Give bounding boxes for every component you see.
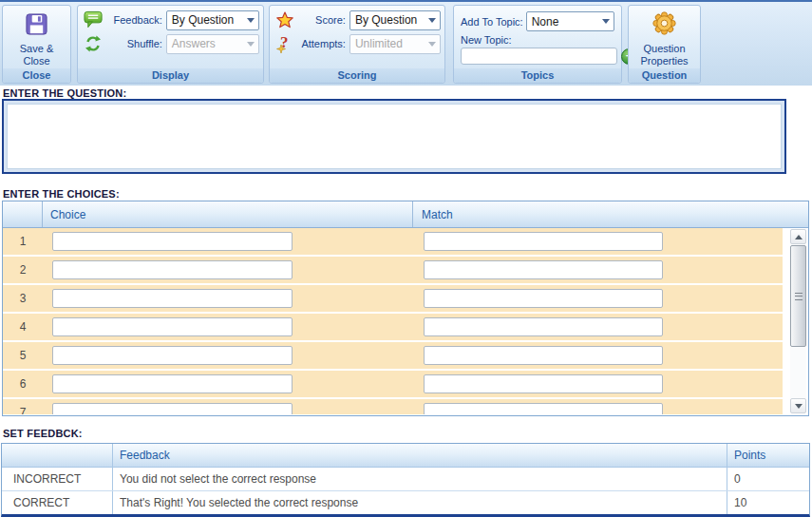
match-input[interactable] bbox=[424, 260, 663, 279]
question-editor-window: Save & Close Close bbox=[0, 0, 812, 517]
question-textarea[interactable] bbox=[7, 104, 782, 169]
feedback-row-correct: CORRECT That's Right! You selected the c… bbox=[2, 491, 809, 515]
question-box bbox=[2, 99, 786, 174]
enter-question-heading: ENTER THE QUESTION: bbox=[3, 87, 126, 99]
feedback-row-incorrect: INCORRECT You did not select the correct… bbox=[2, 468, 809, 491]
row-number-column-header bbox=[3, 201, 43, 227]
match-input[interactable] bbox=[424, 403, 663, 414]
enter-choices-heading: ENTER THE CHOICES: bbox=[3, 188, 120, 200]
choice-input[interactable] bbox=[52, 317, 293, 336]
group-label-topics: Topics bbox=[454, 68, 621, 83]
attempts-label: Attempts: bbox=[296, 38, 346, 49]
save-close-label-line2: Close bbox=[20, 55, 53, 67]
choice-input[interactable] bbox=[52, 374, 293, 393]
row-number: 7 bbox=[3, 399, 43, 414]
choice-input[interactable] bbox=[52, 232, 293, 251]
chevron-down-icon bbox=[425, 35, 440, 53]
shuffle-label: Shuffle: bbox=[104, 38, 162, 49]
choice-input[interactable] bbox=[52, 289, 293, 308]
choices-table: Choice Match 1 2 3 4 bbox=[2, 201, 809, 416]
feedback-column-header: Feedback bbox=[113, 444, 727, 467]
gear-icon bbox=[651, 10, 677, 40]
match-column-header: Match bbox=[413, 201, 808, 227]
question-properties-label-line2: Properties bbox=[640, 55, 688, 67]
scroll-down-button[interactable] bbox=[790, 398, 806, 413]
add-to-topic-dropdown[interactable]: None bbox=[526, 11, 614, 31]
chevron-down-icon bbox=[425, 11, 440, 29]
points-cell: 0 bbox=[727, 468, 809, 490]
row-number: 5 bbox=[3, 342, 43, 369]
group-label-display: Display bbox=[78, 68, 263, 83]
choice-input[interactable] bbox=[52, 403, 293, 414]
chevron-down-icon bbox=[598, 12, 614, 30]
ribbon-group-scoring: Score: By Question ? Attempts: Unlimited bbox=[269, 5, 445, 84]
question-mark-icon: ? bbox=[274, 33, 296, 54]
add-to-topic-label: Add To Topic: bbox=[461, 16, 523, 28]
feedback-bubble-icon bbox=[82, 10, 104, 29]
feedback-table: Feedback Points INCORRECT You did not se… bbox=[1, 443, 810, 517]
choice-input[interactable] bbox=[52, 260, 293, 279]
scroll-grip-icon bbox=[795, 293, 803, 300]
feedback-header-row: Feedback Points bbox=[2, 444, 809, 468]
row-number: 2 bbox=[3, 257, 43, 283]
points-cell: 10 bbox=[727, 491, 809, 514]
feedback-text-cell: You did not select the correct response bbox=[113, 468, 727, 490]
ribbon-group-display: Feedback: By Question Shuffle: bbox=[77, 5, 264, 84]
scroll-thumb[interactable] bbox=[790, 245, 806, 347]
score-dropdown[interactable]: By Question bbox=[349, 10, 441, 30]
choices-table-body: 1 2 3 4 5 bbox=[3, 228, 808, 414]
group-label-scoring: Scoring bbox=[270, 68, 444, 83]
group-label-question: Question bbox=[629, 68, 700, 83]
choices-header-row: Choice Match bbox=[3, 201, 808, 228]
feedback-type-cell: CORRECT bbox=[2, 491, 113, 514]
ribbon-group-close: Save & Close Close bbox=[2, 5, 71, 84]
new-topic-label: New Topic: bbox=[461, 34, 512, 46]
match-input[interactable] bbox=[424, 346, 663, 365]
row-number: 6 bbox=[3, 371, 43, 397]
choice-row: 6 bbox=[3, 371, 783, 397]
shuffle-dropdown[interactable]: Answers bbox=[166, 34, 259, 54]
add-to-topic-value: None bbox=[527, 15, 598, 29]
row-number: 4 bbox=[3, 314, 43, 340]
score-dropdown-value: By Question bbox=[350, 13, 425, 27]
choice-row: 7 bbox=[3, 399, 783, 414]
chevron-down-icon bbox=[243, 35, 258, 53]
match-input[interactable] bbox=[424, 232, 663, 251]
choices-scrollbar[interactable] bbox=[790, 229, 806, 413]
chevron-down-icon bbox=[243, 11, 258, 29]
arrow-up-icon bbox=[795, 235, 803, 239]
points-column-header: Points bbox=[727, 444, 809, 467]
feedback-dropdown-value: By Question bbox=[167, 13, 243, 27]
arrow-down-icon bbox=[795, 404, 803, 409]
choice-input[interactable] bbox=[52, 346, 293, 365]
star-icon bbox=[274, 11, 296, 29]
new-topic-input[interactable] bbox=[461, 48, 617, 65]
feedback-text-cell: That's Right! You selected the correct r… bbox=[113, 491, 727, 514]
save-close-label-line1: Save & bbox=[20, 43, 53, 55]
group-label-close: Close bbox=[3, 68, 70, 83]
question-properties-button[interactable]: Question Properties bbox=[629, 6, 700, 68]
question-properties-label-line1: Question bbox=[640, 43, 688, 55]
match-input[interactable] bbox=[424, 289, 663, 308]
ribbon-toolbar: Save & Close Close bbox=[0, 0, 812, 86]
set-feedback-heading: SET FEEDBCK: bbox=[3, 428, 83, 439]
shuffle-icon bbox=[82, 35, 104, 52]
match-input[interactable] bbox=[424, 317, 663, 336]
choice-row: 4 bbox=[3, 314, 783, 340]
match-input[interactable] bbox=[424, 374, 663, 393]
feedback-label: Feedback: bbox=[104, 14, 162, 26]
feedback-type-column-header bbox=[2, 444, 113, 467]
choice-row: 1 bbox=[3, 228, 783, 255]
choice-column-header: Choice bbox=[43, 201, 413, 227]
save-icon bbox=[25, 12, 48, 40]
feedback-type-cell: INCORRECT bbox=[2, 468, 113, 490]
score-label: Score: bbox=[296, 14, 346, 26]
ribbon-group-question: Question Properties Question bbox=[628, 5, 701, 84]
attempts-dropdown[interactable]: Unlimited bbox=[349, 34, 441, 54]
row-number: 1 bbox=[3, 228, 43, 255]
feedback-dropdown[interactable]: By Question bbox=[166, 10, 259, 30]
attempts-dropdown-value: Unlimited bbox=[350, 37, 425, 50]
choice-row: 2 bbox=[3, 257, 783, 283]
save-close-button[interactable]: Save & Close bbox=[3, 6, 70, 68]
scroll-up-button[interactable] bbox=[790, 229, 806, 244]
